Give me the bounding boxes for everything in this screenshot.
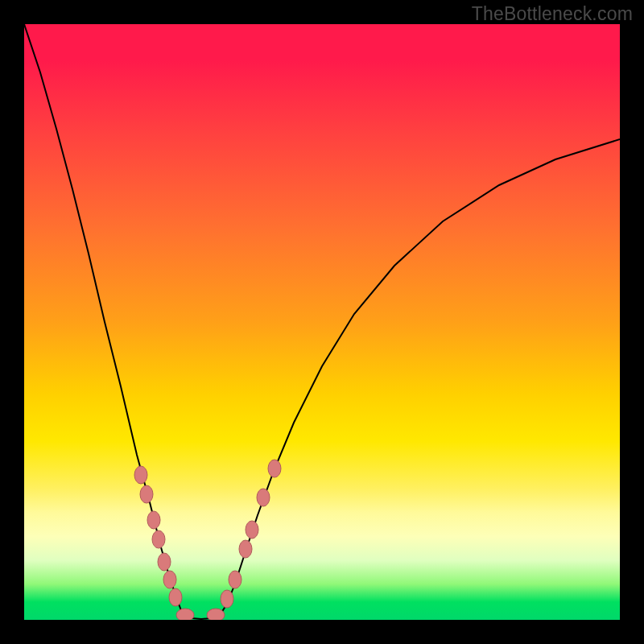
bead-marker [207, 609, 225, 620]
watermark-text: TheBottleneck.com [472, 3, 633, 25]
bead-markers [134, 460, 281, 620]
curve-right-branch [219, 139, 620, 617]
bead-marker [140, 485, 153, 503]
bead-marker [229, 571, 242, 588]
curve-svg [24, 24, 620, 620]
bead-marker [158, 553, 171, 571]
bead-marker [246, 521, 258, 539]
bead-marker [147, 511, 160, 529]
bead-marker [169, 588, 182, 606]
bead-marker [152, 530, 165, 548]
bead-marker [163, 571, 176, 588]
plot-area [24, 24, 620, 620]
bead-marker [134, 466, 147, 484]
bead-marker [176, 609, 194, 620]
bead-marker [221, 590, 233, 608]
outer-frame: TheBottleneck.com [0, 0, 644, 644]
curve-left-branch [24, 24, 184, 617]
bead-marker [257, 489, 270, 506]
bead-marker [268, 460, 281, 477]
bead-marker [239, 540, 252, 558]
